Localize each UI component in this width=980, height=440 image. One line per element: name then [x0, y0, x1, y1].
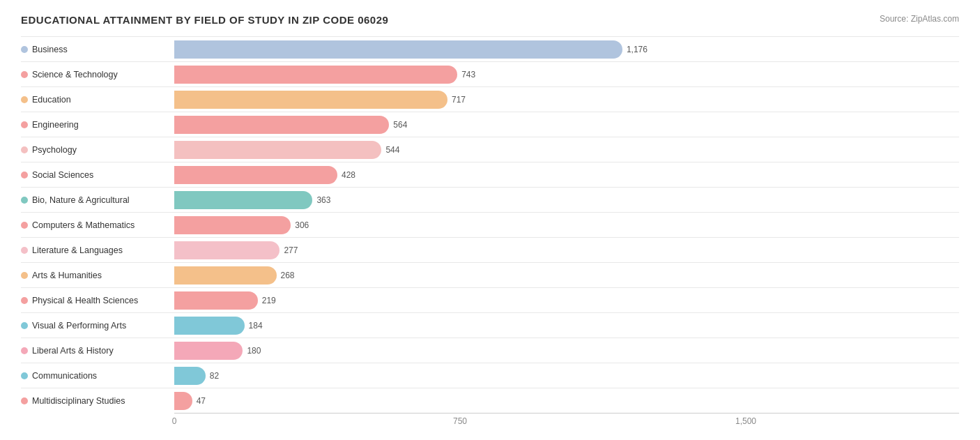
bar-value: 82 [210, 371, 219, 381]
bar-fill [174, 116, 389, 134]
bar-dot [21, 222, 28, 229]
bar-label: Psychology [21, 145, 174, 155]
bar-label: Arts & Humanities [21, 271, 174, 280]
bar-label: Business [21, 45, 174, 54]
bar-label-text: Social Sciences [32, 170, 93, 180]
bar-label-text: Science & Technology [32, 70, 118, 79]
bar-value: 428 [342, 170, 355, 180]
bar-label-text: Multidisciplinary Studies [32, 396, 125, 406]
bar-container: 82 [174, 367, 959, 385]
bar-value: 1,176 [627, 45, 648, 54]
bar-container: 47 [174, 392, 959, 410]
bar-container: 268 [174, 266, 959, 285]
bar-container: 306 [174, 216, 959, 234]
bar-label: Engineering [21, 120, 174, 130]
x-axis-tick: 750 [453, 416, 467, 426]
bar-label-text: Education [32, 95, 71, 105]
bar-label: Liberal Arts & History [21, 346, 174, 356]
bar-dot [21, 96, 28, 103]
bar-label-text: Communications [32, 371, 97, 381]
bar-row: Computers & Mathematics 306 [21, 212, 959, 237]
bar-fill [174, 91, 447, 109]
bar-label-text: Bio, Nature & Agricultural [32, 195, 130, 205]
bar-dot [21, 172, 28, 179]
bar-fill [174, 291, 258, 310]
bar-row: Literature & Languages 277 [21, 237, 959, 262]
bar-label-text: Business [32, 45, 68, 54]
bar-fill [174, 66, 457, 84]
bar-label: Social Sciences [21, 170, 174, 180]
bar-value: 277 [284, 245, 298, 255]
bar-dot [21, 322, 28, 329]
bar-value: 717 [452, 95, 466, 105]
bar-label: Communications [21, 371, 174, 381]
bar-container: 743 [174, 66, 959, 84]
bar-container: 564 [174, 116, 959, 134]
bar-fill [174, 241, 280, 259]
bar-fill [174, 392, 192, 410]
bar-fill [174, 342, 243, 360]
bar-value: 268 [281, 271, 295, 280]
bar-row: Bio, Nature & Agricultural 363 [21, 187, 959, 212]
bar-value: 363 [316, 195, 330, 205]
x-axis-tick: 1,500 [735, 416, 756, 426]
bar-value: 743 [461, 70, 475, 79]
bar-value: 544 [385, 145, 399, 155]
bar-label: Physical & Health Sciences [21, 296, 174, 305]
bar-label: Bio, Nature & Agricultural [21, 195, 174, 205]
bar-label: Visual & Performing Arts [21, 321, 174, 331]
bar-container: 277 [174, 241, 959, 259]
bar-fill [174, 40, 622, 59]
bar-dot [21, 397, 28, 404]
bar-dot [21, 121, 28, 128]
bar-label: Education [21, 95, 174, 105]
bar-label-text: Visual & Performing Arts [32, 321, 126, 331]
bar-fill [174, 317, 245, 335]
bar-fill [174, 166, 337, 184]
bar-fill [174, 216, 291, 234]
bar-row: Liberal Arts & History 180 [21, 337, 959, 363]
bar-container: 219 [174, 291, 959, 310]
bar-dot [21, 71, 28, 78]
bar-container: 184 [174, 317, 959, 335]
bar-dot [21, 247, 28, 254]
x-axis: 07501,500 [174, 413, 959, 427]
bar-container: 1,176 [174, 40, 959, 59]
bar-value: 219 [262, 296, 276, 305]
bar-value: 180 [247, 346, 261, 356]
bar-value: 564 [393, 120, 407, 130]
chart-area: Business 1,176 Science & Technology 743 … [21, 36, 959, 413]
bar-container: 363 [174, 191, 959, 209]
bar-label-text: Liberal Arts & History [32, 346, 114, 356]
bar-dot [21, 297, 28, 304]
bar-dot [21, 146, 28, 153]
x-axis-tick: 0 [172, 416, 177, 426]
bar-row: Communications 82 [21, 363, 959, 388]
bar-dot [21, 347, 28, 354]
bar-row: Visual & Performing Arts 184 [21, 312, 959, 337]
bar-label-text: Arts & Humanities [32, 271, 102, 280]
bar-dot [21, 372, 28, 379]
bar-label-text: Literature & Languages [32, 245, 123, 255]
bar-row: Multidisciplinary Studies 47 [21, 388, 959, 413]
bar-row: Engineering 564 [21, 112, 959, 137]
bar-row: Psychology 544 [21, 137, 959, 162]
source-label: Source: ZipAtlas.com [880, 14, 959, 24]
chart-wrapper: EDUCATIONAL ATTAINMENT BY FIELD OF STUDY… [21, 14, 959, 427]
bar-label-text: Psychology [32, 145, 77, 155]
bar-label: Literature & Languages [21, 245, 174, 255]
bar-label: Multidisciplinary Studies [21, 396, 174, 406]
bar-fill [174, 141, 381, 159]
bar-value: 47 [197, 396, 206, 406]
bar-fill [174, 191, 312, 209]
bar-label-text: Physical & Health Sciences [32, 296, 138, 305]
bar-row: Business 1,176 [21, 36, 959, 61]
bar-row: Science & Technology 743 [21, 61, 959, 86]
bar-container: 180 [174, 342, 959, 360]
bar-container: 717 [174, 91, 959, 109]
bar-fill [174, 266, 277, 285]
bar-label-text: Computers & Mathematics [32, 220, 135, 230]
bar-row: Social Sciences 428 [21, 162, 959, 187]
bar-dot [21, 46, 28, 53]
bar-dot [21, 197, 28, 204]
